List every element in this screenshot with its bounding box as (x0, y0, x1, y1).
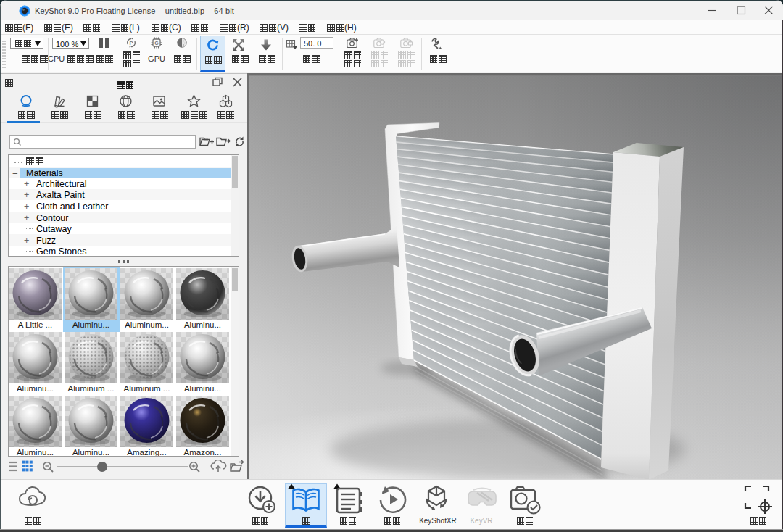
svg-text:G: G (154, 41, 159, 46)
svg-text:P: P (129, 40, 133, 46)
